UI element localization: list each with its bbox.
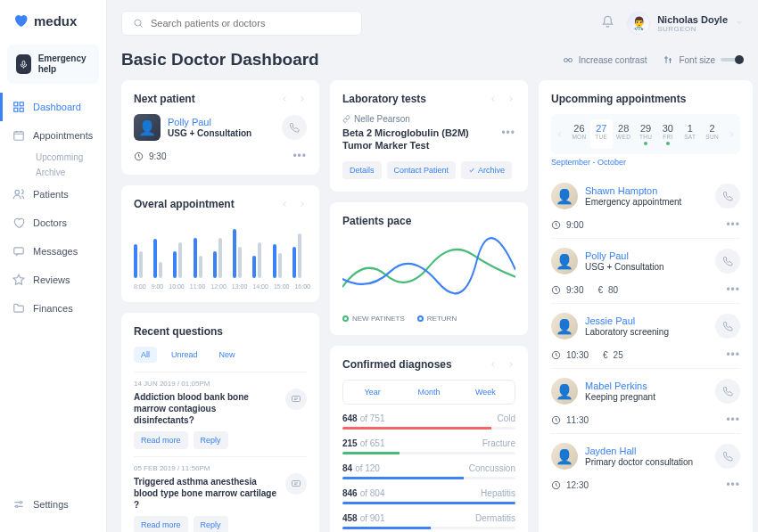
emergency-label: Emergency help <box>38 53 90 75</box>
appt-name[interactable]: Jayden Hall <box>585 446 708 456</box>
call-button[interactable] <box>282 115 307 140</box>
search-input[interactable] <box>121 11 362 36</box>
cal-day[interactable]: 28WED <box>613 119 635 149</box>
topbar: 👨‍⚕️ Nicholas Doyle SURGEON <box>107 0 758 46</box>
search-icon <box>133 18 144 29</box>
emergency-help[interactable]: Emergency help <box>7 45 99 84</box>
svg-rect-1 <box>14 102 18 106</box>
chevron-left-icon[interactable] <box>280 94 289 103</box>
more-button[interactable]: ••• <box>726 413 740 426</box>
tab-week[interactable]: Week <box>459 383 512 401</box>
read-more-button[interactable]: Read more <box>134 431 188 449</box>
cal-day[interactable]: 26MON <box>568 119 590 149</box>
appointment-item: 👤Polly PaulUSG + Consultation9:30€80••• <box>551 238 740 303</box>
svg-point-8 <box>20 502 21 503</box>
lab-tests-card: Laboratory tests Nelle Pearson Beta 2 Mi… <box>330 80 528 192</box>
chevron-left-icon[interactable] <box>280 200 289 209</box>
patient-avatar: 👤 <box>551 443 578 470</box>
filter-unread[interactable]: Unread <box>164 347 205 363</box>
filter-new[interactable]: New <box>212 347 243 363</box>
lab-patient-name[interactable]: Nelle Pearson <box>342 114 515 124</box>
call-button[interactable] <box>715 444 740 469</box>
svg-rect-0 <box>22 61 25 65</box>
settings-link[interactable]: Settings <box>0 489 106 520</box>
recent-questions-card: Recent questions AllUnreadNew 14 JUN 201… <box>121 313 319 532</box>
more-button[interactable]: ••• <box>726 218 740 231</box>
nav-item-finances[interactable]: Finances <box>0 294 106 323</box>
reply-button[interactable]: Reply <box>194 431 228 449</box>
chevron-right-icon[interactable] <box>507 360 515 369</box>
archive-button[interactable]: Archive <box>461 161 512 179</box>
nav-sub-upcomming[interactable]: Upcomming <box>0 150 106 165</box>
patient-avatar: 👤 <box>551 378 578 405</box>
chevron-right-icon[interactable] <box>298 94 307 103</box>
diagnoses-card: Confirmed diagnoses YearMonthWeek 648 of… <box>330 346 528 532</box>
reply-button[interactable]: Reply <box>194 516 228 532</box>
diagnosis-row: 458 of 901Dermatitis <box>342 513 515 529</box>
contact-button[interactable]: Contact Patient <box>387 161 457 179</box>
message-icon <box>12 245 25 258</box>
logo[interactable]: medux <box>0 12 106 41</box>
call-button[interactable] <box>715 379 740 404</box>
contrast-toggle[interactable]: Increase contrast <box>563 54 647 65</box>
tab-month[interactable]: Month <box>402 383 455 401</box>
call-button[interactable] <box>715 314 740 339</box>
cal-day[interactable]: 30FRI <box>656 119 679 149</box>
nav-item-messages[interactable]: Messages <box>0 237 106 266</box>
read-more-button[interactable]: Read more <box>134 516 188 532</box>
chevron-left-icon[interactable] <box>489 94 498 103</box>
line-chart <box>342 236 515 307</box>
bell-icon[interactable] <box>601 15 614 31</box>
details-button[interactable]: Details <box>342 161 382 179</box>
appointment-item: 👤Shawn HamptonEmergency appointment9:00•… <box>551 174 740 238</box>
call-button[interactable] <box>715 184 740 209</box>
nav-item-patients[interactable]: Patients <box>0 180 106 209</box>
more-button[interactable]: ••• <box>726 479 740 491</box>
patient-name[interactable]: Polly Paul <box>168 117 275 127</box>
nav-item-dashboard[interactable]: Dashboard <box>0 93 106 121</box>
grid-icon <box>12 101 25 113</box>
more-button[interactable]: ••• <box>292 150 307 162</box>
more-button[interactable]: ••• <box>501 127 515 139</box>
cal-day[interactable]: 2SUN <box>701 119 723 149</box>
phone-icon <box>289 122 300 133</box>
nav-sub-archive[interactable]: Archive <box>0 165 106 180</box>
message-icon[interactable] <box>285 389 307 410</box>
cal-day[interactable]: 27TUE <box>590 119 613 149</box>
patient-avatar: 👤 <box>551 248 578 274</box>
svg-rect-5 <box>14 132 24 140</box>
cal-day[interactable]: 29THU <box>635 119 657 149</box>
appt-name[interactable]: Jessie Paul <box>585 315 708 326</box>
chevron-right-icon[interactable] <box>507 94 515 103</box>
svg-point-11 <box>564 59 567 62</box>
filter-all[interactable]: All <box>134 347 157 363</box>
heart-icon <box>12 12 29 29</box>
mic-icon <box>16 54 31 74</box>
folder-icon <box>12 302 25 315</box>
svg-point-12 <box>568 59 572 62</box>
font-slider[interactable] <box>721 58 744 61</box>
more-button[interactable]: ••• <box>726 348 740 361</box>
chevron-left-icon[interactable] <box>489 360 498 369</box>
link-icon <box>342 115 350 123</box>
chevron-right-icon[interactable] <box>298 200 307 209</box>
appt-name[interactable]: Polly Paul <box>585 250 708 261</box>
tab-year[interactable]: Year <box>346 383 399 401</box>
font-size-control[interactable]: Font size <box>663 54 744 65</box>
more-button[interactable]: ••• <box>726 283 740 296</box>
nav-item-appointments[interactable]: Appointments <box>0 121 106 150</box>
svg-rect-2 <box>20 102 23 106</box>
nav-item-reviews[interactable]: Reviews <box>0 266 106 294</box>
nav-item-doctors[interactable]: Doctors <box>0 209 106 237</box>
call-button[interactable] <box>715 249 740 274</box>
nav: DashboardAppointmentsUpcommingArchivePat… <box>0 93 106 489</box>
logo-text: medux <box>34 13 77 29</box>
appt-name[interactable]: Mabel Perkins <box>585 381 708 391</box>
message-icon[interactable] <box>285 473 307 495</box>
appt-name[interactable]: Shawn Hampton <box>585 185 708 196</box>
question-item: 14 JUN 2019 / 01:05PMAddiction blood ban… <box>134 372 307 456</box>
cal-next[interactable] <box>725 128 738 141</box>
cal-day[interactable]: 1SAT <box>679 119 701 149</box>
cal-prev[interactable] <box>553 128 566 141</box>
profile-menu[interactable]: 👨‍⚕️ Nicholas Doyle SURGEON <box>627 12 744 35</box>
